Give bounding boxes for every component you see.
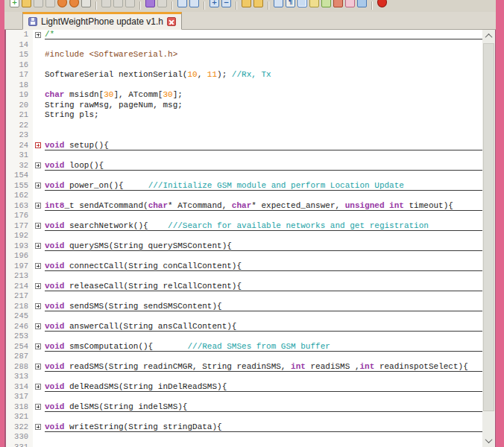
fold-expand-icon[interactable]: [35, 283, 41, 289]
code-line-162[interactable]: 162: [6, 191, 482, 201]
copy-button[interactable]: [113, 0, 123, 7]
redo-button[interactable]: [157, 0, 167, 7]
code-line-321[interactable]: 321: [6, 412, 482, 422]
fold-expand-icon[interactable]: [35, 323, 41, 329]
find-button[interactable]: [177, 0, 187, 7]
code-line-24[interactable]: 24void setup(){: [6, 141, 482, 151]
fold-expand-icon[interactable]: [35, 263, 41, 269]
code-line-163[interactable]: 163int8_t sendATcommand(char* ATcommand,…: [6, 201, 482, 212]
code-line-192[interactable]: 192: [6, 231, 482, 241]
undo-button[interactable]: [145, 0, 155, 7]
code-line-246[interactable]: 246void answerCall(String ansCallContent…: [6, 322, 482, 332]
vertical-scrollbar[interactable]: [482, 30, 495, 447]
fold-margin: [33, 101, 45, 111]
code-line-254[interactable]: 254void smsComputation(){ ///Read SMSes …: [6, 342, 482, 352]
code-line-23[interactable]: 23: [6, 130, 482, 141]
fold-expand-icon[interactable]: [35, 32, 41, 38]
user-defined-language-button[interactable]: [309, 0, 319, 7]
code-line-1[interactable]: 1/*: [6, 30, 482, 40]
code-line-32[interactable]: 32void loop(){: [6, 161, 482, 171]
close-button[interactable]: [57, 0, 67, 7]
scroll-up-button[interactable]: [482, 30, 495, 42]
close-all-button[interactable]: [69, 0, 79, 7]
start-recording-macro-button[interactable]: [377, 0, 387, 7]
code-line-318[interactable]: 318void delSMS(String indelSMS){: [6, 402, 482, 413]
code-line-193[interactable]: 193void querySMS(String querySMSContent)…: [6, 241, 482, 252]
code-line-197[interactable]: 197void connectCall(String conCallConten…: [6, 261, 482, 272]
code-line-155[interactable]: 155void power_on(){ ///Initialize GSM mo…: [6, 181, 482, 191]
tab-lightweightphone[interactable]: LightWeightPhone update v1.h: [22, 12, 182, 30]
scroll-track[interactable]: [482, 42, 495, 434]
code-line-218[interactable]: 218void sendSMS(String sendSMSContent){: [6, 302, 482, 312]
code-line-19[interactable]: 19char msisdn[30], ATcomm[30];: [6, 90, 482, 101]
code-line-31[interactable]: 31: [6, 150, 482, 161]
code-text: [45, 271, 482, 282]
fold-expand-icon[interactable]: [35, 384, 41, 390]
sync-vertical-scrolling-button[interactable]: [242, 0, 251, 7]
fold-expand-icon[interactable]: [35, 303, 41, 309]
zoom-in-button[interactable]: +: [210, 0, 219, 7]
code-text: void readSMS(String readinCMGR, String r…: [45, 362, 482, 372]
code-line-330[interactable]: 330: [6, 432, 482, 443]
code-line-14[interactable]: 14: [6, 40, 482, 51]
code-line-213[interactable]: 213: [6, 271, 482, 282]
code-line-313[interactable]: 313: [6, 372, 482, 382]
code-line-18[interactable]: 18: [6, 80, 482, 91]
line-number: 21: [6, 110, 33, 121]
code-line-317[interactable]: 317: [6, 392, 482, 402]
save-all-button[interactable]: [45, 0, 55, 7]
code-line-17[interactable]: 17SoftwareSerial nextionSerial(10, 11); …: [6, 70, 482, 80]
code-line-314[interactable]: 314void delReadSMS(String inDelReadSMS){: [6, 382, 482, 393]
fold-expand-icon[interactable]: [35, 364, 41, 370]
fold-expand-icon[interactable]: [35, 243, 41, 249]
function-list-button[interactable]: [333, 0, 343, 7]
new-file-button[interactable]: +: [10, 0, 19, 7]
code-line-21[interactable]: 21String pls;: [6, 110, 482, 121]
tab-close-icon[interactable]: [167, 17, 176, 26]
fold-expand-icon[interactable]: [35, 343, 41, 349]
cut-button[interactable]: [101, 0, 111, 7]
fold-expand-icon[interactable]: [35, 424, 41, 430]
fold-expand-icon[interactable]: [35, 162, 41, 168]
fold-expand-icon[interactable]: [35, 223, 41, 229]
show-all-characters-button[interactable]: ¶: [286, 0, 295, 7]
code-line-176[interactable]: 176: [6, 211, 482, 221]
replace-button[interactable]: [189, 0, 199, 7]
code-line-196[interactable]: 196: [6, 251, 482, 261]
scroll-thumb[interactable]: [483, 43, 494, 411]
code-line-322[interactable]: 322void writeString(String stringData){: [6, 422, 482, 433]
folder-as-workspace-button[interactable]: [345, 0, 355, 7]
code-line-253[interactable]: 253: [6, 332, 482, 342]
word-wrap-button[interactable]: [274, 0, 283, 7]
code-line-16[interactable]: 16: [6, 60, 482, 71]
fold-expand-icon[interactable]: [35, 203, 41, 209]
open-file-button[interactable]: [22, 0, 31, 7]
zoom-out-button[interactable]: −: [221, 0, 231, 7]
sync-horizontal-scrolling-button[interactable]: [253, 0, 263, 7]
code-area[interactable]: 1/*1415#include <SoftwareSerial.h>1617So…: [6, 30, 482, 447]
code-line-214[interactable]: 214void releaseCall(String relCallConten…: [6, 282, 482, 292]
code-line-15[interactable]: 15#include <SoftwareSerial.h>: [6, 50, 482, 60]
code-line-20[interactable]: 20String rawMsg, pageNum, msg;: [6, 101, 482, 111]
monitoring-button[interactable]: [357, 0, 367, 7]
scroll-down-button[interactable]: [482, 434, 495, 447]
code-token: * expected_answer,: [251, 201, 344, 210]
code-line-331[interactable]: 331: [6, 443, 482, 447]
fold-expand-icon[interactable]: [35, 142, 41, 148]
code-line-177[interactable]: 177void searchNetwork(){ ///Search for a…: [6, 221, 482, 232]
code-line-22[interactable]: 22: [6, 121, 482, 131]
document-map-button[interactable]: [321, 0, 331, 7]
code-line-287[interactable]: 287: [6, 352, 482, 362]
code-line-154[interactable]: 154: [6, 171, 482, 181]
fold-expand-icon[interactable]: [35, 183, 41, 188]
code-line-217[interactable]: 217: [6, 291, 482, 302]
save-button[interactable]: [34, 0, 43, 7]
paste-button[interactable]: [125, 0, 135, 7]
fold-expand-icon[interactable]: [35, 404, 41, 410]
line-number: 318: [6, 402, 33, 413]
show-indent-guide-button[interactable]: [297, 0, 307, 7]
line-number: 313: [6, 372, 33, 382]
print-button[interactable]: [81, 0, 91, 7]
code-line-288[interactable]: 288void readSMS(String readinCMGR, Strin…: [6, 362, 482, 372]
code-line-245[interactable]: 245: [6, 311, 482, 322]
